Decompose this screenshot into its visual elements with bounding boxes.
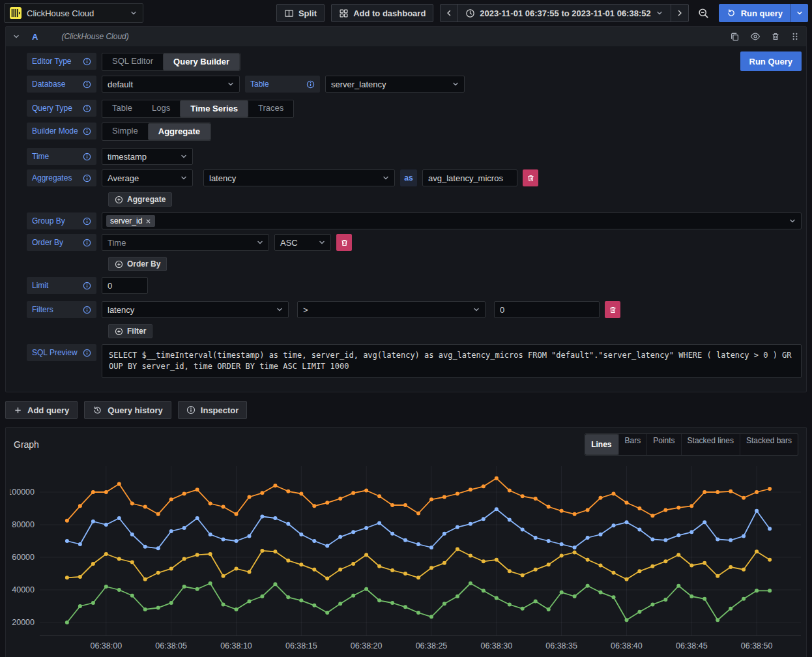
aggregate-as-badge: as bbox=[400, 169, 417, 186]
trash-icon bbox=[771, 32, 780, 41]
builder-mode-aggregate[interactable]: Aggregate bbox=[148, 123, 210, 140]
query-ref-id[interactable]: A bbox=[32, 32, 38, 42]
graph-style-points[interactable]: Points bbox=[646, 434, 680, 455]
hide-query-button[interactable] bbox=[750, 31, 761, 42]
add-to-dashboard-button[interactable]: Add to dashboard bbox=[331, 4, 433, 22]
split-button[interactable]: Split bbox=[276, 4, 325, 22]
collapse-query-button[interactable] bbox=[12, 33, 20, 40]
query-history-button[interactable]: Query history bbox=[84, 401, 171, 419]
remove-filter-button[interactable] bbox=[605, 301, 620, 318]
group-by-select[interactable]: server_id bbox=[102, 212, 802, 229]
time-shift-back-button[interactable] bbox=[440, 4, 458, 22]
info-icon[interactable] bbox=[83, 349, 91, 357]
time-range-picker[interactable]: 2023-11-01 06:37:55 to 2023-11-01 06:38:… bbox=[457, 4, 671, 22]
time-column-select[interactable]: timestamp bbox=[102, 148, 193, 165]
info-icon[interactable] bbox=[83, 306, 91, 314]
history-icon bbox=[93, 405, 102, 415]
order-by-row: Order By Time ASC bbox=[27, 234, 802, 251]
time-shift-forward-button[interactable] bbox=[671, 4, 689, 22]
graph-style-stacked-lines[interactable]: Stacked lines bbox=[681, 434, 740, 455]
x-axis-tick-label: 06:38:45 bbox=[676, 641, 708, 650]
filter-operator-select[interactable]: > bbox=[297, 301, 486, 318]
info-icon[interactable] bbox=[83, 57, 91, 66]
table-label: Table bbox=[245, 76, 320, 93]
database-label: Database bbox=[27, 76, 96, 93]
y-axis-tick-label: 100000 bbox=[10, 488, 35, 497]
graph-panel: Graph Lines Bars Points Stacked lines St… bbox=[5, 427, 807, 657]
graph-style-toggle: Lines Bars Points Stacked lines Stacked … bbox=[585, 433, 798, 456]
query-datasource-hint: (ClickHouse Cloud) bbox=[61, 32, 128, 41]
aggregate-function-select[interactable]: Average bbox=[102, 169, 193, 186]
remove-order-by-button[interactable] bbox=[336, 234, 352, 251]
eye-icon bbox=[750, 31, 761, 42]
add-query-button[interactable]: Add query bbox=[5, 401, 78, 419]
order-by-direction-select[interactable]: ASC bbox=[274, 234, 331, 251]
y-axis-tick-label: 20000 bbox=[12, 618, 35, 627]
remove-aggregate-button[interactable] bbox=[523, 169, 538, 186]
query-type-table[interactable]: Table bbox=[102, 100, 142, 117]
explore-toolbar: Add query Query history Inspector bbox=[5, 401, 807, 419]
info-icon[interactable] bbox=[83, 217, 91, 226]
plus-circle-icon bbox=[115, 196, 123, 204]
info-icon[interactable] bbox=[83, 153, 91, 161]
table-select[interactable]: server_latency bbox=[325, 76, 465, 93]
info-icon[interactable] bbox=[83, 104, 91, 113]
filter-value-input[interactable] bbox=[494, 301, 600, 318]
x-axis-tick-label: 06:38:25 bbox=[416, 641, 448, 650]
database-select[interactable]: default bbox=[102, 76, 240, 93]
zoom-out-time-button[interactable] bbox=[695, 4, 712, 22]
split-icon bbox=[284, 8, 294, 18]
run-query-interval-dropdown[interactable] bbox=[790, 4, 808, 22]
add-aggregate-button[interactable]: Aggregate bbox=[108, 192, 172, 207]
grip-dots-icon bbox=[790, 32, 800, 41]
editor-type-sql-editor[interactable]: SQL Editor bbox=[102, 53, 163, 70]
info-icon[interactable] bbox=[83, 239, 91, 247]
order-by-label: Order By bbox=[27, 234, 96, 251]
aggregate-alias-input[interactable] bbox=[422, 169, 517, 186]
run-query-button[interactable]: Run query bbox=[719, 4, 790, 22]
remove-tag-icon[interactable] bbox=[145, 218, 151, 224]
aggregate-column-select[interactable]: latency bbox=[203, 169, 395, 186]
remove-query-button[interactable] bbox=[771, 32, 780, 41]
chevron-down-icon bbox=[12, 33, 20, 40]
info-icon[interactable] bbox=[83, 174, 91, 182]
info-circle-icon bbox=[186, 405, 196, 415]
query-type-traces[interactable]: Traces bbox=[248, 100, 293, 117]
y-axis-tick-label: 80000 bbox=[12, 520, 35, 529]
query-type-time-series[interactable]: Time Series bbox=[180, 100, 248, 117]
editor-type-label: Editor Type bbox=[27, 53, 96, 70]
info-icon[interactable] bbox=[83, 127, 91, 136]
duplicate-query-button[interactable] bbox=[730, 32, 740, 42]
x-axis-tick-label: 06:38:15 bbox=[285, 641, 317, 650]
drag-query-handle[interactable] bbox=[790, 32, 800, 41]
info-icon[interactable] bbox=[83, 80, 91, 89]
limit-input[interactable] bbox=[102, 277, 148, 294]
datasource-name: ClickHouse Cloud bbox=[27, 8, 124, 18]
editor-run-query-button[interactable]: Run Query bbox=[740, 51, 802, 71]
info-icon[interactable] bbox=[306, 80, 315, 89]
builder-mode-simple[interactable]: Simple bbox=[102, 123, 148, 140]
chart-legend: avg_latency_micros a avg_latency_micros … bbox=[6, 654, 806, 657]
chart-canvas[interactable]: 2000040000600008000010000006:38:0006:38:… bbox=[10, 458, 804, 652]
group-by-tag-server-id[interactable]: server_id bbox=[106, 215, 155, 227]
editor-type-query-builder[interactable]: Query Builder bbox=[163, 53, 240, 70]
query-header: A (ClickHouse Cloud) bbox=[6, 27, 806, 46]
graph-style-stacked-bars[interactable]: Stacked bars bbox=[740, 434, 798, 455]
y-axis-tick-label: 40000 bbox=[12, 585, 35, 594]
zoom-out-icon bbox=[698, 8, 709, 19]
graph-style-bars[interactable]: Bars bbox=[618, 434, 647, 455]
query-type-logs[interactable]: Logs bbox=[142, 100, 180, 117]
add-filter-button[interactable]: Filter bbox=[108, 324, 152, 338]
time-series-chart[interactable]: 2000040000600008000010000006:38:0006:38:… bbox=[6, 458, 806, 654]
chevron-down-icon bbox=[318, 239, 326, 246]
add-order-by-button[interactable]: Order By bbox=[108, 257, 167, 271]
info-icon[interactable] bbox=[83, 282, 91, 290]
datasource-picker[interactable]: ClickHouse Cloud bbox=[4, 3, 143, 23]
x-axis-tick-label: 06:38:20 bbox=[351, 641, 383, 650]
order-by-field-select[interactable]: Time bbox=[102, 234, 269, 251]
filter-field-select[interactable]: latency bbox=[102, 301, 289, 318]
graph-style-lines[interactable]: Lines bbox=[585, 434, 618, 455]
time-label: Time bbox=[27, 148, 96, 165]
inspector-button[interactable]: Inspector bbox=[178, 401, 248, 419]
limit-label: Limit bbox=[27, 277, 96, 294]
